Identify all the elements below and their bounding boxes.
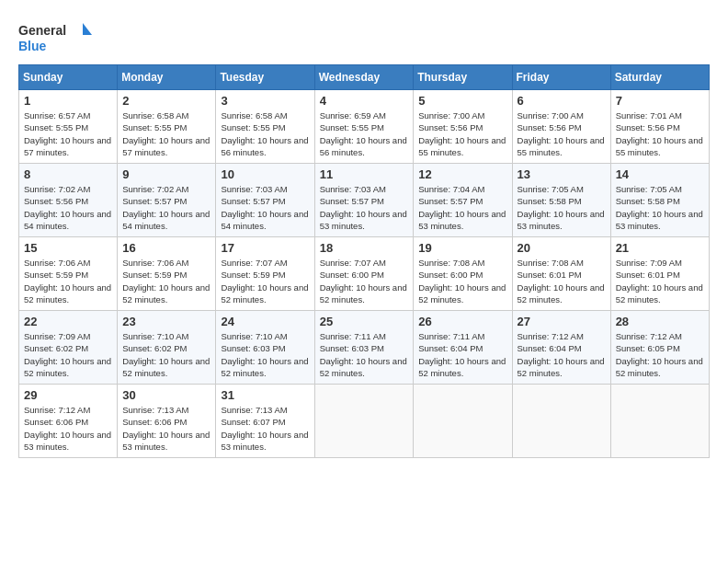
logo-svg: General Blue	[18, 18, 92, 55]
day-info: Sunrise: 7:03 AMSunset: 5:57 PMDaylight:…	[320, 183, 409, 232]
day-info: Sunrise: 7:08 AMSunset: 6:00 PMDaylight:…	[418, 257, 506, 305]
day-cell: 28Sunrise: 7:12 AMSunset: 6:05 PMDayligh…	[610, 311, 709, 385]
day-cell: 27Sunrise: 7:12 AMSunset: 6:04 PMDayligh…	[512, 311, 610, 385]
day-info: Sunrise: 7:06 AMSunset: 5:59 PMDaylight:…	[24, 257, 112, 305]
day-cell	[414, 385, 512, 458]
logo: General Blue	[18, 18, 92, 55]
weekday-header-thursday: Thursday	[414, 65, 512, 90]
svg-marker-1	[83, 23, 92, 35]
day-cell: 26Sunrise: 7:11 AMSunset: 6:04 PMDayligh…	[414, 311, 512, 385]
day-info: Sunrise: 7:00 AMSunset: 5:56 PMDaylight:…	[518, 109, 606, 158]
day-info: Sunrise: 7:12 AMSunset: 6:06 PMDaylight:…	[24, 404, 112, 453]
day-info: Sunrise: 7:08 AMSunset: 6:01 PMDaylight:…	[518, 257, 606, 305]
day-cell: 17Sunrise: 7:07 AMSunset: 5:59 PMDayligh…	[216, 237, 314, 311]
day-number: 27	[518, 315, 606, 328]
day-cell: 2Sunrise: 6:58 AMSunset: 5:55 PMDaylight…	[118, 90, 216, 164]
day-cell: 20Sunrise: 7:08 AMSunset: 6:01 PMDayligh…	[512, 237, 610, 311]
day-info: Sunrise: 7:10 AMSunset: 6:02 PMDaylight:…	[122, 330, 210, 379]
day-number: 23	[122, 315, 210, 328]
day-info: Sunrise: 7:09 AMSunset: 6:01 PMDaylight:…	[616, 257, 704, 305]
day-info: Sunrise: 7:03 AMSunset: 5:57 PMDaylight:…	[221, 183, 309, 232]
page-container: General Blue SundayMondayTuesdayWednesda…	[18, 18, 710, 458]
day-number: 6	[518, 94, 606, 108]
day-cell: 8Sunrise: 7:02 AMSunset: 5:56 PMDaylight…	[19, 164, 118, 237]
day-cell: 10Sunrise: 7:03 AMSunset: 5:57 PMDayligh…	[216, 164, 314, 237]
day-cell: 1Sunrise: 6:57 AMSunset: 5:55 PMDaylight…	[19, 90, 118, 164]
day-info: Sunrise: 7:13 AMSunset: 6:06 PMDaylight:…	[122, 404, 210, 453]
day-number: 17	[221, 241, 309, 255]
day-cell: 12Sunrise: 7:04 AMSunset: 5:57 PMDayligh…	[414, 164, 512, 237]
day-cell: 31Sunrise: 7:13 AMSunset: 6:07 PMDayligh…	[216, 385, 314, 458]
day-cell: 19Sunrise: 7:08 AMSunset: 6:00 PMDayligh…	[414, 237, 512, 311]
day-number: 8	[24, 167, 112, 181]
day-number: 11	[320, 167, 409, 181]
day-cell: 6Sunrise: 7:00 AMSunset: 5:56 PMDaylight…	[512, 90, 610, 164]
day-cell: 22Sunrise: 7:09 AMSunset: 6:02 PMDayligh…	[19, 311, 118, 385]
weekday-header-tuesday: Tuesday	[216, 65, 314, 90]
day-cell: 24Sunrise: 7:10 AMSunset: 6:03 PMDayligh…	[216, 311, 314, 385]
weekday-header-saturday: Saturday	[610, 65, 709, 90]
day-info: Sunrise: 7:00 AMSunset: 5:56 PMDaylight:…	[418, 109, 506, 158]
day-info: Sunrise: 7:12 AMSunset: 6:04 PMDaylight:…	[518, 330, 606, 379]
day-cell: 11Sunrise: 7:03 AMSunset: 5:57 PMDayligh…	[314, 164, 414, 237]
day-info: Sunrise: 7:04 AMSunset: 5:57 PMDaylight:…	[418, 183, 506, 232]
day-cell: 3Sunrise: 6:58 AMSunset: 5:55 PMDaylight…	[216, 90, 314, 164]
day-cell: 5Sunrise: 7:00 AMSunset: 5:56 PMDaylight…	[414, 90, 512, 164]
day-cell: 30Sunrise: 7:13 AMSunset: 6:06 PMDayligh…	[118, 385, 216, 458]
day-cell: 13Sunrise: 7:05 AMSunset: 5:58 PMDayligh…	[512, 164, 610, 237]
day-number: 26	[418, 315, 506, 328]
week-row-5: 29Sunrise: 7:12 AMSunset: 6:06 PMDayligh…	[19, 385, 710, 458]
day-number: 31	[221, 388, 309, 402]
day-number: 5	[418, 94, 506, 108]
day-info: Sunrise: 7:11 AMSunset: 6:03 PMDaylight:…	[320, 330, 409, 379]
day-cell	[512, 385, 610, 458]
calendar-table: SundayMondayTuesdayWednesdayThursdayFrid…	[18, 64, 710, 458]
weekday-header-friday: Friday	[512, 65, 610, 90]
week-row-2: 8Sunrise: 7:02 AMSunset: 5:56 PMDaylight…	[19, 164, 710, 237]
day-number: 25	[320, 315, 409, 328]
day-cell: 15Sunrise: 7:06 AMSunset: 5:59 PMDayligh…	[19, 237, 118, 311]
week-row-3: 15Sunrise: 7:06 AMSunset: 5:59 PMDayligh…	[19, 237, 710, 311]
day-info: Sunrise: 7:01 AMSunset: 5:56 PMDaylight:…	[616, 109, 704, 158]
day-number: 28	[616, 315, 704, 328]
day-info: Sunrise: 6:59 AMSunset: 5:55 PMDaylight:…	[320, 109, 409, 158]
day-cell	[314, 385, 414, 458]
day-cell: 16Sunrise: 7:06 AMSunset: 5:59 PMDayligh…	[118, 237, 216, 311]
day-number: 15	[24, 241, 112, 255]
day-info: Sunrise: 7:02 AMSunset: 5:56 PMDaylight:…	[24, 183, 112, 232]
day-cell: 9Sunrise: 7:02 AMSunset: 5:57 PMDaylight…	[118, 164, 216, 237]
day-cell: 25Sunrise: 7:11 AMSunset: 6:03 PMDayligh…	[314, 311, 414, 385]
day-number: 10	[221, 167, 309, 181]
day-info: Sunrise: 7:11 AMSunset: 6:04 PMDaylight:…	[418, 330, 506, 379]
day-number: 22	[24, 315, 112, 328]
day-number: 1	[24, 94, 112, 108]
day-number: 12	[418, 167, 506, 181]
day-info: Sunrise: 7:07 AMSunset: 6:00 PMDaylight:…	[320, 257, 409, 305]
day-number: 18	[320, 241, 409, 255]
day-cell: 4Sunrise: 6:59 AMSunset: 5:55 PMDaylight…	[314, 90, 414, 164]
weekday-header-monday: Monday	[118, 65, 216, 90]
day-number: 24	[221, 315, 309, 328]
weekday-header-row: SundayMondayTuesdayWednesdayThursdayFrid…	[19, 65, 710, 90]
day-cell: 23Sunrise: 7:10 AMSunset: 6:02 PMDayligh…	[118, 311, 216, 385]
day-number: 16	[122, 241, 210, 255]
day-cell: 29Sunrise: 7:12 AMSunset: 6:06 PMDayligh…	[19, 385, 118, 458]
day-number: 20	[518, 241, 606, 255]
day-cell: 18Sunrise: 7:07 AMSunset: 6:00 PMDayligh…	[314, 237, 414, 311]
day-number: 21	[616, 241, 704, 255]
svg-text:Blue: Blue	[18, 39, 47, 53]
week-row-4: 22Sunrise: 7:09 AMSunset: 6:02 PMDayligh…	[19, 311, 710, 385]
day-number: 29	[24, 388, 112, 402]
day-number: 19	[418, 241, 506, 255]
day-info: Sunrise: 7:06 AMSunset: 5:59 PMDaylight:…	[122, 257, 210, 305]
day-number: 4	[320, 94, 409, 108]
day-info: Sunrise: 7:09 AMSunset: 6:02 PMDaylight:…	[24, 330, 112, 379]
day-info: Sunrise: 7:10 AMSunset: 6:03 PMDaylight:…	[221, 330, 309, 379]
day-cell: 14Sunrise: 7:05 AMSunset: 5:58 PMDayligh…	[610, 164, 709, 237]
day-info: Sunrise: 6:58 AMSunset: 5:55 PMDaylight:…	[221, 109, 309, 158]
weekday-header-wednesday: Wednesday	[314, 65, 414, 90]
day-info: Sunrise: 7:05 AMSunset: 5:58 PMDaylight:…	[518, 183, 606, 232]
day-number: 9	[122, 167, 210, 181]
day-cell	[610, 385, 709, 458]
day-number: 7	[616, 94, 704, 108]
